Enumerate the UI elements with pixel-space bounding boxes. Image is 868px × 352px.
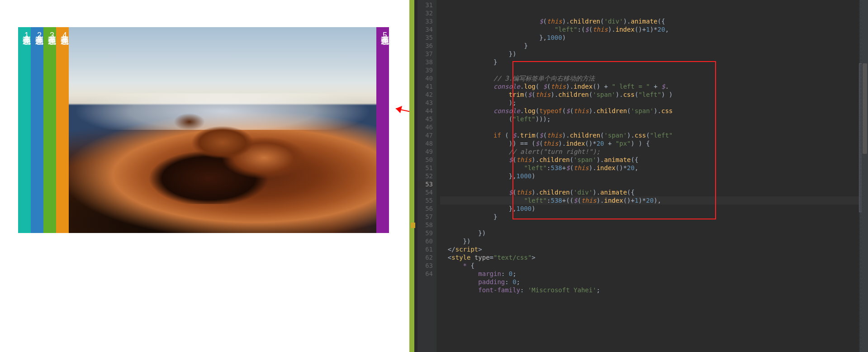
scrollbar-thumb[interactable] (863, 63, 867, 154)
code-line[interactable]: * { (440, 262, 859, 270)
code-editor: 3132333435363738394041424344454647484950… (409, 0, 868, 352)
code-line[interactable]: console.log(typeof($(this).children('spa… (440, 107, 859, 115)
line-number-gutter[interactable]: 3132333435363738394041424344454647484950… (417, 0, 436, 352)
code-line[interactable]: font-family: 'Miscrosoft Yahei'; (440, 286, 859, 294)
code-line[interactable]: </script> (440, 245, 859, 253)
accordion-tab-1[interactable]: 非洲景色1 (18, 27, 31, 233)
fold-gutter[interactable] (409, 0, 417, 352)
code-line[interactable]: console.log( $(this).index() + " left = … (440, 82, 859, 90)
vertical-scrollbar[interactable] (862, 0, 868, 352)
code-area[interactable]: $(this).children('div').animate({ "left"… (436, 0, 859, 352)
accordion-active-image[interactable] (69, 27, 376, 233)
code-line[interactable]: ("left"))); (440, 115, 859, 123)
code-line[interactable] (440, 221, 859, 229)
accordion-gallery[interactable]: 非洲景色1 非洲景色2 非洲景色3 非洲景色4 非洲景色5 (18, 27, 389, 233)
code-line[interactable]: // 3.编写标签单个向右移动的方法 (440, 74, 859, 82)
code-line[interactable]: "left":($(this).index()+1)*20, (440, 25, 859, 33)
code-line[interactable]: ); (440, 99, 859, 107)
code-line[interactable]: } (440, 42, 859, 50)
code-line[interactable]: // alert("turn right!"); (440, 147, 859, 156)
code-line[interactable]: } (440, 58, 859, 66)
code-line[interactable]: $(this).children('div').animate({ (440, 188, 859, 196)
tab-label: 非洲景色3 (43, 29, 56, 40)
code-line[interactable]: },1000) (440, 205, 859, 213)
code-line[interactable]: margin: 0; (440, 270, 859, 278)
accordion-tab-2[interactable]: 非洲景色2 (31, 27, 43, 233)
code-line[interactable]: }) (440, 229, 859, 237)
code-line[interactable]: "left":538+$(this).index()*20, (440, 164, 859, 172)
accordion-tab-4[interactable]: 非洲景色4 (56, 27, 69, 233)
code-line[interactable]: }) (440, 50, 859, 58)
code-line[interactable]: },1000) (440, 172, 859, 180)
code-line[interactable]: trim($(this).children('span').css("left"… (440, 90, 859, 99)
browser-preview-panel: 非洲景色1 非洲景色2 非洲景色3 非洲景色4 非洲景色5 (0, 0, 409, 352)
code-line[interactable]: "left":538+(($(this).index()+1)*20), (440, 196, 859, 205)
tab-label: 非洲景色4 (56, 29, 69, 40)
tab-label: 非洲景色1 (18, 29, 31, 40)
tab-label: 非洲景色5 (376, 29, 389, 40)
code-line[interactable] (440, 123, 859, 131)
code-line[interactable]: if ( $.trim($(this).children('span').css… (440, 131, 859, 139)
svg-marker-1 (396, 106, 402, 113)
accordion-tab-5[interactable]: 非洲景色5 (376, 27, 389, 233)
code-line[interactable]: <style type="text/css"> (440, 253, 859, 262)
code-line[interactable]: } (440, 213, 859, 221)
code-line[interactable] (440, 180, 859, 188)
code-line[interactable] (440, 66, 859, 74)
tab-label: 非洲景色2 (31, 29, 43, 40)
code-line[interactable]: },1000) (440, 33, 859, 42)
code-line[interactable]: $(this).children('span').animate({ (440, 156, 859, 164)
accordion-tab-3[interactable]: 非洲景色3 (43, 27, 56, 233)
code-line[interactable]: padding: 0; (440, 278, 859, 286)
code-line[interactable]: )) == ($(this).index()*20 + "px") ) { (440, 139, 859, 147)
code-line[interactable]: }) (440, 237, 859, 245)
code-line[interactable]: $(this).children('div').animate({ (440, 17, 859, 25)
